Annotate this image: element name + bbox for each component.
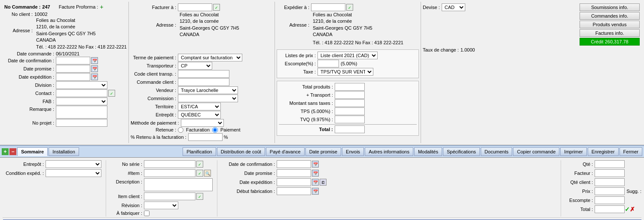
tab-autres-info[interactable]: Autres informations [365, 147, 413, 156]
retenue-paiement-radio[interactable] [212, 127, 218, 133]
escompte-input[interactable]: 5.00 [317, 60, 339, 67]
contact-input[interactable]: FLEURY ALBERT [56, 89, 107, 97]
no-projet-label: No projet : [4, 120, 56, 125]
tab-distribution[interactable]: Distribution de coût [217, 147, 265, 156]
commande-client-input[interactable] [178, 78, 229, 86]
retenue-facturation-radio[interactable] [178, 127, 183, 133]
tab-installation[interactable]: Installation [49, 147, 79, 156]
prix-label: Prix : [565, 189, 595, 194]
no-serie-check-icon[interactable]: ✓ [196, 161, 203, 168]
line-confirm-icon[interactable]: ✓ [625, 206, 630, 213]
line-date-promise-input[interactable]: 06/10/2021 [277, 169, 311, 177]
date-promise-calendar[interactable]: 📅 [91, 65, 98, 72]
territoire-label: Territoire : [131, 104, 178, 109]
tab-envois[interactable]: Envois [342, 147, 364, 156]
taxe-select[interactable]: TPS/TVQ SUR VENTE [317, 68, 373, 76]
entrepot-select[interactable]: QUÉBEC [178, 111, 221, 119]
line-date-promise-calendar[interactable]: 📅 [312, 170, 319, 177]
debut-fab-calendar[interactable]: 📅 [312, 188, 319, 195]
transporteur-select[interactable]: CP [178, 62, 212, 70]
facteur-input[interactable] [595, 169, 625, 177]
line-date-exp-calendar[interactable]: 📅 [312, 179, 319, 186]
code-client-input[interactable]: PURO123 [178, 70, 229, 78]
terme-paiement-select[interactable]: Comptant sur facturation [178, 54, 242, 61]
date-confirmation-calendar[interactable]: 📅 [91, 57, 98, 64]
date-confirmation-input[interactable]: 06/10/2021 [56, 57, 90, 64]
tab-imprimer[interactable]: Imprimer [560, 147, 586, 156]
remove-row-button[interactable]: − [9, 148, 16, 155]
tab-documents[interactable]: Documents [481, 147, 513, 156]
produits-button[interactable]: Produits vendus [580, 21, 640, 28]
commande-client-label: Commande client : [131, 79, 178, 85]
fab-select[interactable] [56, 98, 107, 105]
date-promise-input[interactable]: 06/10/2021 [56, 65, 90, 73]
retenu-input[interactable]: 0.00 [188, 133, 223, 141]
taux-change-value: 1.0000 [461, 47, 475, 52]
client-address: Folies au Chocolat 1210, de la cornée Sa… [36, 17, 96, 44]
debut-fab-label: Début fabrication : [221, 189, 277, 194]
facturer-a-input[interactable]: 10002 [178, 3, 212, 11]
plus-icon[interactable]: + [100, 3, 103, 10]
item-client-check-icon[interactable]: ✓ [196, 193, 203, 200]
commission-label: Commission : [131, 96, 178, 101]
no-serie-input[interactable] [144, 160, 195, 168]
listes-prix-select[interactable]: Liste client 2021 (CAD) [317, 52, 378, 59]
expedier-a-input[interactable]: 10002 [311, 3, 345, 11]
tab-specifications[interactable]: Spécifications [443, 147, 480, 156]
date-expedition-calendar[interactable]: 📅 [91, 73, 98, 80]
add-row-button[interactable]: + [2, 148, 9, 155]
tab-date-promise[interactable]: Date promise [305, 147, 341, 156]
tab-paye-avance[interactable]: Payé d'avance [266, 147, 305, 156]
description-textarea[interactable] [144, 178, 213, 191]
adresse-label: Adresse : [4, 28, 34, 33]
commandes-button[interactable]: Commandes info. [580, 12, 640, 20]
qte-client-input[interactable] [595, 178, 625, 186]
item-input[interactable] [144, 169, 195, 177]
credit-button[interactable]: Crédit 260,317.78 [580, 38, 640, 46]
date-commande-value: 06/10/2021 [56, 51, 79, 56]
methode-paiement-select[interactable] [181, 119, 224, 127]
territoire-select[interactable]: EST/CA [178, 103, 221, 110]
item-check-icon[interactable]: ✓ [196, 170, 203, 177]
date-expedition-input[interactable]: 06/10/2021 [56, 73, 90, 81]
vendeur-select[interactable]: Trayce Larochelle [178, 86, 238, 94]
tab-enregistrer[interactable]: Enregistrer [588, 147, 619, 156]
remarque-textarea[interactable] [56, 106, 107, 119]
line-date-conf-input[interactable]: 06/10/2021 [277, 160, 311, 168]
tab-planification[interactable]: Planification [183, 147, 216, 156]
facturer-check-icon[interactable]: ✓ [213, 4, 220, 11]
division-select[interactable] [56, 81, 107, 89]
factures-button[interactable]: Factures info. [580, 29, 640, 37]
line-date-exp-calendar2[interactable]: 🗓 [320, 179, 327, 186]
qte-input[interactable] [595, 160, 625, 168]
qte-label: Qté : [565, 162, 595, 167]
line-entrepot-select[interactable] [46, 160, 101, 168]
line-date-exp-input[interactable]: 06/10/2021 [277, 178, 311, 186]
condition-exp-select[interactable] [46, 169, 101, 177]
tab-sommaire[interactable]: Sommaire [17, 147, 48, 156]
a-fabriquer-checkbox[interactable] [144, 211, 150, 216]
item-search-icon[interactable]: 🔍 [204, 170, 211, 177]
prix-input[interactable] [595, 187, 625, 195]
contact-check-icon[interactable]: ✓ [108, 90, 115, 97]
line-cancel-icon[interactable]: ✗ [630, 206, 635, 213]
debut-fab-input[interactable]: 06/10/2021 [277, 187, 311, 195]
devise-select[interactable]: CAD [442, 3, 465, 11]
no-projet-input[interactable] [56, 119, 107, 127]
soumissions-button[interactable]: Soumissions info. [580, 3, 640, 11]
escompte-line-input[interactable] [595, 196, 625, 204]
description-label: Description : [110, 178, 144, 184]
tab-modalites[interactable]: Modalités [414, 147, 442, 156]
item-client-input[interactable] [144, 192, 195, 200]
tab-copier-commande[interactable]: Copier commande [513, 147, 559, 156]
expedier-check-icon[interactable]: ✓ [346, 4, 353, 11]
line-date-conf-calendar[interactable]: 📅 [312, 161, 319, 168]
total-line-input[interactable] [595, 205, 625, 213]
methode-paiement-label: Méthode de paiement : [131, 120, 181, 125]
tab-fermer[interactable]: Fermer [620, 147, 642, 156]
revision-select[interactable] [144, 202, 178, 209]
tel-label: Tél. : 418 222-2222 No Fax : 418 222-222… [36, 44, 127, 49]
commission-select[interactable] [178, 95, 238, 102]
listes-prix-label: Listes de prix : [279, 53, 317, 58]
escompte-line-label: Escompte : [565, 198, 595, 203]
